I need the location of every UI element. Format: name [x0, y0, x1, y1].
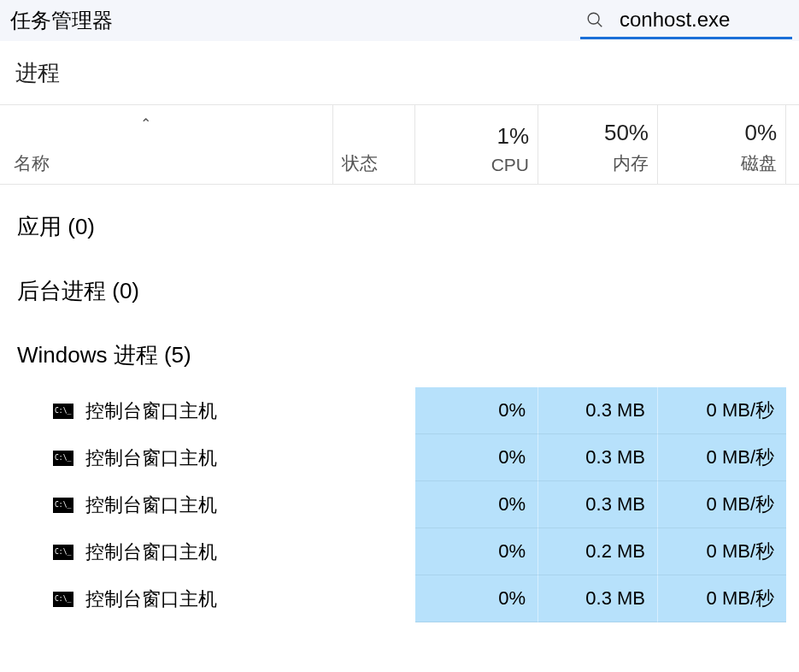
col-header-name[interactable]: ⌃ 名称	[0, 105, 333, 184]
col-cpu-pct: 1%	[496, 123, 529, 150]
process-disk-cell: 0 MB/秒	[658, 575, 786, 622]
col-header-mem[interactable]: 50% 内存	[538, 105, 658, 184]
group-header-windows[interactable]: Windows 进程 (5)	[0, 323, 799, 387]
process-cpu-cell: 0%	[415, 481, 538, 528]
col-mem-label: 内存	[613, 151, 649, 175]
process-mem-cell: 0.3 MB	[538, 575, 658, 622]
col-header-cpu[interactable]: 1% CPU	[415, 105, 538, 184]
svg-line-1	[597, 22, 602, 27]
group-header-background[interactable]: 后台进程 (0)	[0, 259, 799, 323]
console-icon: C:\_	[53, 592, 73, 607]
process-status-cell	[333, 387, 415, 434]
console-icon: C:\_	[53, 498, 73, 513]
process-row[interactable]: C:\_控制台窗口主机0%0.2 MB0 MB/秒	[0, 528, 799, 575]
process-list: 应用 (0) 后台进程 (0) Windows 进程 (5) C:\_控制台窗口…	[0, 185, 799, 622]
app-title: 任务管理器	[10, 7, 113, 34]
process-name-cell: C:\_控制台窗口主机	[0, 387, 333, 434]
process-row[interactable]: C:\_控制台窗口主机0%0.3 MB0 MB/秒	[0, 575, 799, 622]
col-disk-label: 磁盘	[741, 151, 777, 175]
process-status-cell	[333, 528, 415, 575]
col-disk-pct: 0%	[744, 120, 777, 146]
process-row[interactable]: C:\_控制台窗口主机0%0.3 MB0 MB/秒	[0, 481, 799, 528]
process-name: 控制台窗口主机	[85, 587, 217, 612]
tab-processes[interactable]: 进程	[15, 60, 60, 85]
console-icon: C:\_	[53, 545, 73, 560]
col-mem-pct: 50%	[604, 120, 649, 146]
process-disk-cell: 0 MB/秒	[658, 481, 786, 528]
col-header-status[interactable]: 状态	[333, 105, 415, 184]
process-name: 控制台窗口主机	[85, 445, 217, 471]
process-status-cell	[333, 575, 415, 622]
search-icon	[585, 10, 604, 29]
process-name-cell: C:\_控制台窗口主机	[0, 528, 333, 575]
process-cpu-cell: 0%	[415, 528, 538, 575]
process-mem-cell: 0.3 MB	[538, 387, 658, 434]
process-mem-cell: 0.2 MB	[538, 528, 658, 575]
titlebar: 任务管理器	[0, 0, 799, 41]
group-header-apps[interactable]: 应用 (0)	[0, 192, 799, 259]
process-row[interactable]: C:\_控制台窗口主机0%0.3 MB0 MB/秒	[0, 434, 799, 481]
process-cpu-cell: 0%	[415, 434, 538, 481]
search-input[interactable]	[620, 8, 792, 32]
process-row[interactable]: C:\_控制台窗口主机0%0.3 MB0 MB/秒	[0, 387, 799, 434]
process-status-cell	[333, 434, 415, 481]
console-icon: C:\_	[53, 451, 73, 466]
process-cpu-cell: 0%	[415, 387, 538, 434]
col-header-disk[interactable]: 0% 磁盘	[658, 105, 786, 184]
col-status-label: 状态	[342, 151, 378, 175]
process-name: 控制台窗口主机	[85, 492, 217, 518]
process-name-cell: C:\_控制台窗口主机	[0, 575, 333, 622]
process-disk-cell: 0 MB/秒	[658, 434, 786, 481]
sort-caret-icon: ⌃	[140, 115, 151, 132]
search-box[interactable]	[580, 2, 792, 39]
process-name: 控制台窗口主机	[85, 539, 217, 565]
tabstrip: 进程	[0, 41, 799, 104]
col-name-label: 名称	[14, 151, 50, 175]
process-name-cell: C:\_控制台窗口主机	[0, 481, 333, 528]
columns-header: ⌃ 名称 状态 1% CPU 50% 内存 0% 磁盘	[0, 104, 799, 185]
col-cpu-label: CPU	[491, 155, 529, 175]
process-name: 控制台窗口主机	[85, 398, 217, 424]
process-disk-cell: 0 MB/秒	[658, 387, 786, 434]
console-icon: C:\_	[53, 404, 73, 419]
process-name-cell: C:\_控制台窗口主机	[0, 434, 333, 481]
process-status-cell	[333, 481, 415, 528]
process-mem-cell: 0.3 MB	[538, 434, 658, 481]
process-mem-cell: 0.3 MB	[538, 481, 658, 528]
process-disk-cell: 0 MB/秒	[658, 528, 786, 575]
process-cpu-cell: 0%	[415, 575, 538, 622]
svg-point-0	[588, 13, 599, 24]
